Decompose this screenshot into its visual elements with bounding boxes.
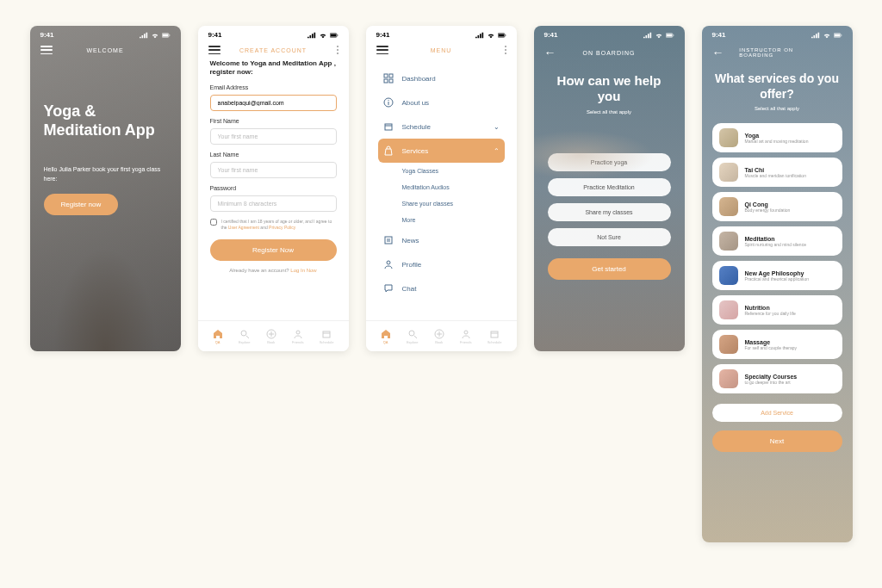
submenu-yoga[interactable]: Yoga Classes (402, 163, 505, 179)
status-icons (811, 32, 842, 39)
service-qicong[interactable]: Qi CongBody energy foundation (712, 192, 842, 221)
back-button[interactable]: ← (712, 46, 724, 59)
service-newage[interactable]: New Age PhilosophyPractical and theorica… (712, 261, 842, 290)
login-link[interactable]: Log In Now (290, 268, 316, 273)
chevron-up-icon: ⌃ (494, 147, 500, 155)
nav-qa[interactable]: QA (381, 329, 391, 344)
service-thumb (719, 369, 738, 388)
nav-book[interactable]: Book (266, 329, 276, 344)
hand-image (534, 121, 685, 189)
privacy-policy-link[interactable]: Privacy Policy (269, 225, 295, 230)
password-field[interactable] (210, 195, 337, 212)
status-bar: 9:41 (366, 26, 517, 40)
status-bar: 9:41 (702, 26, 853, 40)
battery-icon (498, 32, 506, 39)
nav-friends[interactable]: Friends (460, 329, 471, 344)
svg-rect-14 (389, 74, 393, 77)
wifi-icon (823, 32, 831, 39)
back-button[interactable]: ← (544, 46, 556, 59)
service-nutrition[interactable]: NutritionReference for you daily life (712, 295, 842, 325)
nav-schedule[interactable]: Schedule (320, 329, 334, 344)
services-subtitle: Select all that apply (712, 106, 842, 111)
svg-rect-15 (384, 79, 388, 83)
submenu-share[interactable]: Share your classes (402, 195, 505, 212)
onboarding-subtitle: Select all that apply (548, 109, 671, 115)
status-time: 9:41 (40, 31, 54, 39)
get-started-button[interactable]: Get started (548, 258, 671, 280)
svg-rect-16 (389, 79, 393, 83)
consent-checkbox[interactable] (210, 219, 217, 226)
svg-rect-29 (834, 34, 839, 36)
next-button[interactable]: Next (712, 430, 842, 452)
header: ← ON BOARDING (534, 40, 685, 65)
more-icon[interactable] (337, 46, 339, 54)
service-thumb (719, 197, 738, 216)
nav-friends[interactable]: Friends (292, 329, 303, 344)
svg-rect-13 (384, 74, 388, 77)
status-icons (643, 32, 674, 39)
svg-point-8 (296, 331, 300, 334)
register-button[interactable]: Register Now (210, 239, 337, 261)
wifi-icon (655, 32, 663, 39)
service-meditation[interactable]: MeditationSpirit nurturing and mind sile… (712, 226, 842, 256)
svg-rect-24 (491, 331, 498, 337)
register-button[interactable]: Register now (44, 194, 119, 215)
svg-point-21 (409, 331, 414, 336)
header: ← INSTRUCTOR ON BOARDING (702, 40, 853, 65)
status-time: 9:41 (376, 31, 390, 39)
screen-instructor-onboarding: 9:41 ← INSTRUCTOR ON BOARDING What servi… (702, 26, 853, 542)
signal-icon (811, 32, 820, 39)
submenu-meditation[interactable]: Meditation Audios (402, 179, 505, 195)
menu-icon[interactable] (376, 46, 388, 54)
nav-explore[interactable]: Explore (239, 329, 251, 344)
nav-schedule[interactable]: Schedule (488, 329, 502, 344)
svg-rect-11 (498, 34, 503, 36)
option-share[interactable]: Share my classes (548, 203, 671, 221)
menu-news[interactable]: News (378, 228, 505, 252)
option-notsure[interactable]: Not Sure (548, 228, 671, 246)
service-yoga[interactable]: YogaMartial art and moving meditation (712, 123, 842, 152)
firstname-field[interactable] (210, 128, 337, 145)
service-massage[interactable]: MassageFor self and couple therapy (712, 330, 842, 359)
status-time: 9:41 (544, 31, 558, 39)
svg-rect-18 (385, 124, 392, 130)
consent-row: I certified that I am 18 years of age or… (210, 219, 337, 231)
header-title: WELCOME (86, 47, 123, 53)
menu-about[interactable]: About us (378, 90, 505, 115)
status-bar: 9:41 (198, 26, 349, 40)
email-label: Email Address (210, 84, 337, 90)
service-thumb (719, 163, 738, 182)
nav-book[interactable]: Book (434, 329, 444, 344)
menu-profile[interactable]: Profile (378, 252, 505, 276)
email-field[interactable] (210, 95, 337, 111)
signal-icon (140, 32, 148, 39)
menu-icon[interactable] (40, 46, 53, 54)
menu-chat[interactable]: Chat (378, 276, 505, 300)
nav-explore[interactable]: Explore (407, 329, 419, 344)
nav-qa[interactable]: QA (213, 329, 223, 344)
menu-dashboard[interactable]: Dashboard (378, 66, 505, 90)
service-thumb (719, 232, 738, 251)
header-title: CREATE ACCOUNT (239, 47, 307, 53)
service-thumb (719, 266, 738, 285)
yoga-figure-image (30, 196, 181, 351)
service-specialty[interactable]: Specialty Coursesto go deeper into the a… (712, 364, 842, 393)
lastname-field[interactable] (210, 162, 337, 178)
svg-rect-2 (169, 34, 170, 35)
submenu-more[interactable]: More (402, 212, 505, 228)
screen-onboarding: 9:41 ← ON BOARDING How can we help you S… (534, 26, 685, 351)
user-agreement-link[interactable]: User Agreement (228, 225, 259, 230)
menu-services[interactable]: Services⌃ (378, 139, 505, 163)
service-taichi[interactable]: Tai ChiMuscle and meridian tonification (712, 158, 842, 187)
svg-point-6 (241, 331, 246, 336)
menu-icon[interactable] (208, 46, 220, 54)
menu-schedule[interactable]: Schedule⌄ (378, 115, 505, 139)
services-submenu: Yoga Classes Meditation Audios Share you… (378, 163, 505, 228)
more-icon[interactable] (505, 46, 506, 54)
svg-rect-5 (337, 34, 338, 35)
home-icon (213, 329, 223, 339)
add-service-button[interactable]: Add Service (712, 404, 842, 422)
service-thumb (719, 128, 738, 147)
calendar-icon (383, 121, 394, 132)
header: WELCOME (30, 40, 181, 59)
